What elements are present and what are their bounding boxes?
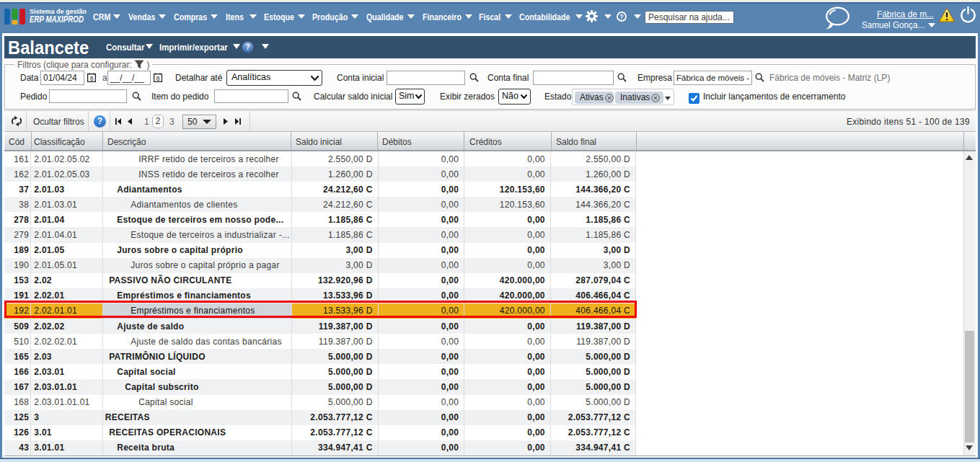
svg-text:8: 8 <box>156 75 160 82</box>
svg-text:8: 8 <box>90 75 94 82</box>
svg-text:?: ? <box>619 13 624 20</box>
